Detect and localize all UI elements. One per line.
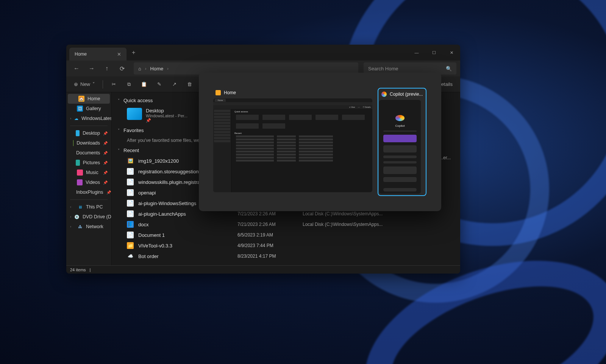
chevron-down-icon: ˅ <box>118 128 120 132</box>
tab-title: Home <box>75 51 87 57</box>
cut-button[interactable]: ✂ <box>107 79 120 90</box>
divider <box>103 80 103 89</box>
quick-access-item[interactable]: DesktopWindowsLatest - Per...📌 <box>127 108 203 123</box>
divider <box>70 126 108 126</box>
alttab-overlay: Home Home ≡ View⋯☐ Details Quick access … <box>199 73 441 211</box>
paste-button[interactable]: 📋 <box>137 79 151 90</box>
chevron-right-icon: › <box>167 66 169 71</box>
statusbar: 24 items | <box>66 265 460 274</box>
alttab-card-title: Copilot (previe... <box>390 92 423 97</box>
sidebar-item-desktop[interactable]: Desktop📌 <box>66 128 111 138</box>
search-placeholder: Search Home <box>368 66 398 72</box>
sidebar-item-label: Desktop <box>83 131 100 136</box>
folder-icon <box>216 90 221 95</box>
folder-icon <box>127 108 142 120</box>
sidebar-item-label: Music <box>86 170 98 175</box>
home-icon: ⌂ <box>138 66 141 72</box>
chevron-down-icon: ˅ <box>118 98 120 103</box>
file-location: Local Disk (C:)\Windows\SystemApps... <box>303 211 454 216</box>
chevron-right-icon[interactable]: › <box>70 205 74 209</box>
breadcrumb[interactable]: Home <box>150 66 164 72</box>
pin-icon[interactable]: 📌 <box>103 180 108 185</box>
alttab-card-copilot[interactable]: Copilot (previe... Copilot <box>378 88 426 196</box>
file-name: Document 1 <box>138 232 233 238</box>
folder-icon <box>77 170 83 176</box>
sidebar: 🏠 Home 🖼 Gallery ›☁ WindowsLatest - Pe..… <box>66 92 112 265</box>
divider <box>70 199 108 200</box>
file-name: Bot order <box>138 254 233 259</box>
folder-icon <box>76 130 80 136</box>
close-tab-icon[interactable]: ✕ <box>117 51 121 57</box>
sidebar-item-label: Documents <box>76 150 100 156</box>
file-row[interactable]: 📘docx7/21/2023 2:26 AMLocal Disk (C:)\Wi… <box>112 219 460 230</box>
copilot-logo-text: Copilot <box>395 124 405 128</box>
sidebar-item-label: Home <box>87 96 100 101</box>
sidebar-item-downloads[interactable]: Downloads📌 <box>66 138 111 148</box>
file-icon: 📘 <box>127 221 134 228</box>
sidebar-item-pictures[interactable]: Pictures📌 <box>66 158 111 168</box>
file-icon: 📁 <box>127 242 134 249</box>
back-button[interactable]: ← <box>70 62 83 75</box>
new-button[interactable]: ⊕ New ˅ <box>70 79 99 90</box>
sidebar-item-music[interactable]: Music📌 <box>66 168 111 177</box>
chevron-right-icon[interactable]: › <box>70 215 71 219</box>
sidebar-item-label: This PC <box>86 204 103 210</box>
copilot-logo-icon <box>395 115 405 121</box>
sidebar-item-gallery[interactable]: 🖼 Gallery <box>66 104 111 114</box>
pin-icon[interactable]: 📌 <box>106 190 111 194</box>
file-date: 7/21/2023 2:26 AM <box>237 211 298 216</box>
status-items: 24 items <box>70 268 86 272</box>
chevron-right-icon[interactable]: › <box>70 117 71 120</box>
pin-icon: 📌 <box>146 118 187 123</box>
folder-icon <box>76 160 80 166</box>
delete-button[interactable]: 🗑 <box>183 79 196 90</box>
pin-icon[interactable]: 📌 <box>103 141 108 145</box>
file-date: 8/23/2021 4:17 PM <box>237 254 298 259</box>
sidebar-item-label: Gallery <box>86 106 101 111</box>
sidebar-item-home[interactable]: 🏠 Home <box>68 94 110 104</box>
pin-icon[interactable]: 📌 <box>103 151 108 155</box>
file-icon: ☁️ <box>127 253 134 260</box>
alttab-thumbnail: Copilot <box>379 100 421 194</box>
sidebar-item-inboxplugins[interactable]: InboxPlugins📌 <box>66 187 111 197</box>
pin-icon[interactable]: 📌 <box>103 131 108 135</box>
file-row[interactable]: 📁ViVeTool-v0.3.34/9/2023 7:44 PM <box>112 240 460 251</box>
file-row[interactable]: 📄Document 16/5/2023 2:19 AM <box>112 230 460 240</box>
up-button[interactable]: ↑ <box>100 62 113 75</box>
file-icon: 📄 <box>127 200 134 207</box>
rename-button[interactable]: ✎ <box>152 79 166 90</box>
file-row[interactable]: ☁️Bot order8/23/2021 4:17 PM <box>112 251 460 261</box>
pin-icon[interactable]: 📌 <box>103 161 108 165</box>
forward-button[interactable]: → <box>85 62 98 75</box>
alttab-card-home[interactable]: Home Home ≡ View⋯☐ Details Quick access … <box>213 88 372 196</box>
minimize-button[interactable]: — <box>408 45 425 61</box>
file-location: Local Disk (C:)\Windows\SystemApps... <box>303 222 454 227</box>
sidebar-item-videos[interactable]: Videos📌 <box>66 177 111 187</box>
file-date: 4/9/2023 7:44 PM <box>237 243 298 248</box>
file-name: ai-plugin-LaunchApps <box>138 211 233 217</box>
file-date: 6/5/2023 2:19 AM <box>237 232 298 238</box>
chevron-down-icon: ˅ <box>118 148 120 152</box>
copy-button[interactable]: ⧉ <box>122 79 136 90</box>
copilot-icon <box>381 92 387 97</box>
chevron-right-icon[interactable]: › <box>70 225 74 229</box>
sidebar-item-label: Pictures <box>83 160 100 165</box>
qa-name: Desktop <box>146 108 187 114</box>
tab-home[interactable]: Home ✕ <box>69 48 127 61</box>
alttab-thumbnail: Home ≡ View⋯☐ Details Quick access Recen… <box>213 98 372 192</box>
maximize-button[interactable]: ☐ <box>425 45 443 61</box>
sidebar-item-onedrive[interactable]: ›☁ WindowsLatest - Pe... <box>66 114 111 123</box>
sidebar-item-network[interactable]: ›🖧 Network <box>66 222 111 232</box>
refresh-button[interactable]: ⟳ <box>116 62 128 75</box>
sidebar-item-thispc[interactable]: ›🖥 This PC <box>66 202 111 212</box>
new-tab-button[interactable]: + <box>132 49 135 56</box>
close-button[interactable]: ✕ <box>443 45 460 61</box>
sidebar-item-documents[interactable]: Documents📌 <box>66 148 111 158</box>
pin-icon[interactable]: 📌 <box>103 171 108 175</box>
chevron-right-icon: › <box>145 66 147 71</box>
sidebar-item-dvd[interactable]: ›💿 DVD Drive (D:) CCC <box>66 212 111 222</box>
folder-icon <box>73 140 73 146</box>
share-button[interactable]: ↗ <box>167 79 181 90</box>
sidebar-item-label: InboxPlugins <box>76 190 103 195</box>
sidebar-item-label: WindowsLatest - Pe... <box>81 116 112 121</box>
